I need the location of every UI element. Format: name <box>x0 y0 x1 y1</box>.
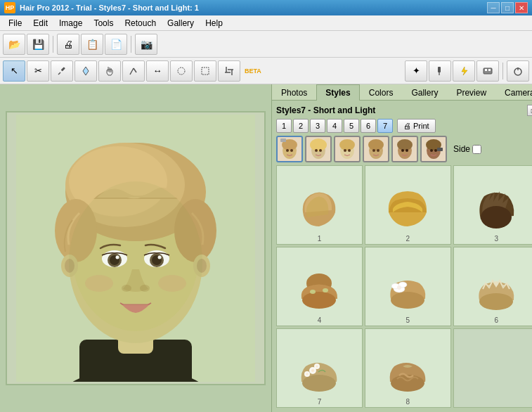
hair-cell-2[interactable]: 2 <box>365 165 451 245</box>
styles-title: Styles7 - Short and Light <box>276 105 375 115</box>
hair-cell-7[interactable]: 7 <box>276 328 363 408</box>
face-icon-4[interactable] <box>363 136 389 162</box>
svg-point-58 <box>348 149 351 152</box>
svg-point-48 <box>286 149 289 152</box>
svg-line-2 <box>130 68 134 75</box>
hair-number-7: 7 <box>318 398 322 406</box>
svg-rect-71 <box>437 148 443 151</box>
menu-edit[interactable]: Edit <box>27 17 53 30</box>
svg-point-86 <box>302 375 336 392</box>
maximize-button[interactable]: □ <box>501 2 514 13</box>
tab-gallery[interactable]: Gallery <box>402 84 447 101</box>
hand-tool[interactable] <box>98 60 121 82</box>
num-btn-1[interactable]: 1 <box>276 119 292 133</box>
paste-button[interactable]: 📄 <box>105 34 127 55</box>
right-toolbar: ✦ <box>405 60 529 82</box>
svg-point-53 <box>315 149 318 152</box>
fill-tool[interactable] <box>74 60 97 82</box>
num-btn-2[interactable]: 2 <box>293 119 309 133</box>
app-icon: HP <box>4 2 15 13</box>
tab-styles[interactable]: Styles <box>316 84 359 101</box>
svg-point-77 <box>391 292 424 309</box>
close-button[interactable]: ✕ <box>515 2 528 13</box>
num-btn-7[interactable]: 7 <box>377 119 393 133</box>
svg-point-64 <box>397 139 413 150</box>
svg-point-54 <box>319 149 322 152</box>
svg-point-70 <box>434 149 437 152</box>
face-icon-3[interactable] <box>334 136 361 162</box>
num-btn-3[interactable]: 3 <box>310 119 325 133</box>
title-bar-left: HP Hair Pro 2012 - Trial - Styles7 - Sho… <box>4 2 199 13</box>
hair-cell-6[interactable]: 6 <box>453 247 532 326</box>
hair-cell-8[interactable]: 8 <box>365 328 451 408</box>
menu-file[interactable]: File <box>3 17 27 30</box>
hair-cell-3[interactable]: 3 <box>453 165 532 245</box>
menu-image[interactable]: Image <box>53 17 88 30</box>
face-icon-1[interactable] <box>276 136 303 162</box>
face-icon-5[interactable] <box>391 136 418 162</box>
hair-cell-5[interactable]: 5 <box>365 247 451 326</box>
num-btn-6[interactable]: 6 <box>361 119 376 133</box>
open-button[interactable]: 📂 <box>3 34 25 55</box>
svg-point-72 <box>481 206 512 228</box>
hair-img-7 <box>287 351 353 397</box>
camera-button[interactable]: 📷 <box>135 34 157 55</box>
effect-tool[interactable] <box>122 60 145 82</box>
save-button[interactable]: 💾 <box>27 34 49 55</box>
svg-line-3 <box>134 68 136 72</box>
svg-rect-11 <box>439 72 440 75</box>
svg-point-52 <box>310 139 327 151</box>
lasso-tool[interactable] <box>170 60 193 82</box>
hair-img-8 <box>375 351 441 397</box>
rect-select-tool[interactable] <box>194 60 216 82</box>
svg-point-82 <box>479 293 513 310</box>
crop-tool[interactable] <box>218 60 240 82</box>
tab-camera[interactable]: Camera <box>495 84 532 101</box>
magic-button[interactable]: ✦ <box>405 60 427 82</box>
svg-rect-12 <box>484 68 492 74</box>
num-btn-4[interactable]: 4 <box>327 119 342 133</box>
svg-point-76 <box>323 288 328 292</box>
side-toggle[interactable] <box>472 145 481 154</box>
svg-point-4 <box>178 67 185 75</box>
main-content: Photos Styles Colors Gallery Preview Cam… <box>0 84 532 412</box>
hair-cell-4[interactable]: 4 <box>276 247 363 326</box>
hair-number-5: 5 <box>406 316 410 324</box>
face-icon-6[interactable] <box>420 136 447 162</box>
face-icon-2[interactable] <box>305 136 332 162</box>
lightning-button[interactable] <box>453 60 475 82</box>
svg-point-74 <box>302 292 336 309</box>
brush-button[interactable] <box>429 60 451 82</box>
hair-cell-1[interactable]: 1 <box>276 165 363 245</box>
print-styles-button[interactable]: 🖨Print <box>397 119 436 133</box>
menu-gallery[interactable]: Gallery <box>162 17 200 30</box>
copy-button[interactable]: 📋 <box>81 34 103 55</box>
transform-tool[interactable]: ↔ <box>146 60 169 82</box>
dropper-tool[interactable] <box>51 60 73 82</box>
minimize-button[interactable]: ─ <box>487 2 500 13</box>
mask-button[interactable] <box>476 60 499 82</box>
menu-help[interactable]: Help <box>200 17 228 30</box>
photo-frame <box>6 111 266 385</box>
print-button[interactable]: 🖨 <box>57 34 79 55</box>
tab-colors[interactable]: Colors <box>360 84 403 101</box>
hair-number-2: 2 <box>406 235 410 243</box>
svg-point-49 <box>290 149 293 152</box>
tab-preview[interactable]: Preview <box>447 84 495 101</box>
num-btn-5[interactable]: 5 <box>344 119 359 133</box>
svg-point-91 <box>306 373 308 375</box>
hair-number-3: 3 <box>495 235 499 243</box>
styles-minimize-button[interactable]: □ <box>527 105 532 116</box>
tab-photos[interactable]: Photos <box>272 84 316 101</box>
face-icons-row: Side <box>276 136 532 162</box>
cut-tool[interactable]: ✂ <box>27 60 49 82</box>
svg-point-57 <box>344 149 346 152</box>
hair-number-1: 1 <box>318 235 322 243</box>
select-tool[interactable]: ↖ <box>3 60 25 82</box>
power-button[interactable] <box>507 60 529 82</box>
svg-point-60 <box>368 139 384 150</box>
title-bar-controls: ─ □ ✕ <box>487 2 528 13</box>
menu-retouch[interactable]: Retouch <box>119 17 162 30</box>
svg-point-45 <box>69 181 202 343</box>
menu-tools[interactable]: Tools <box>88 17 119 30</box>
